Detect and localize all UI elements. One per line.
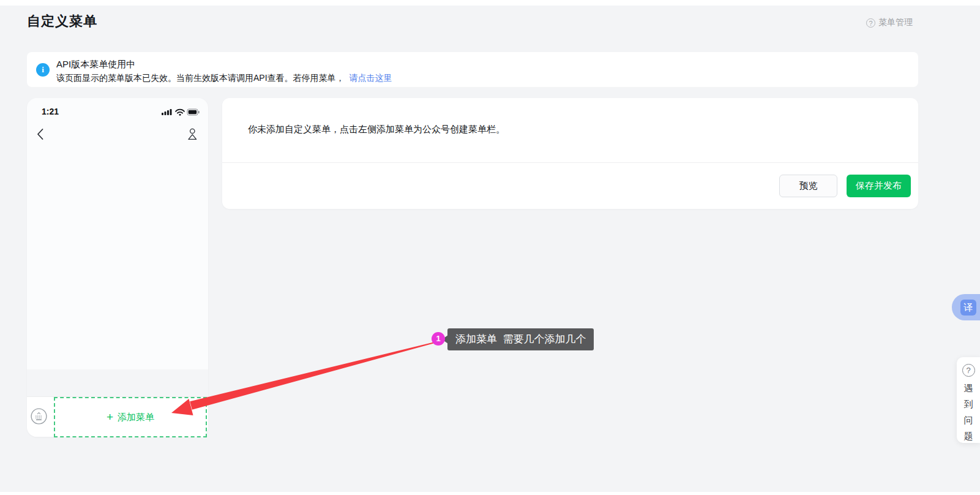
signal-bars-icon bbox=[162, 109, 172, 115]
info-icon: i bbox=[36, 63, 50, 77]
add-menu-button[interactable]: + 添加菜单 bbox=[54, 397, 207, 437]
banner-body: 该页面显示的菜单版本已失效。当前生效版本请调用API查看。若停用菜单，请点击这里 bbox=[56, 72, 906, 84]
preview-button[interactable]: 预览 bbox=[779, 175, 837, 197]
status-icons bbox=[162, 107, 200, 118]
bottom-white-strip bbox=[0, 492, 980, 495]
phone-menu-bar: + 添加菜单 bbox=[27, 396, 208, 437]
battery-icon bbox=[187, 109, 200, 115]
feedback-panel[interactable]: ? 遇 到 问 题 bbox=[957, 357, 980, 443]
save-publish-button[interactable]: 保存并发布 bbox=[847, 175, 911, 197]
profile-person-icon[interactable] bbox=[185, 127, 199, 143]
question-circle-icon: ? bbox=[962, 364, 975, 377]
feedback-char: 到 bbox=[964, 396, 973, 412]
feedback-char: 遇 bbox=[964, 380, 973, 396]
phone-status-bar: 1:21 bbox=[27, 98, 208, 120]
panel-divider bbox=[222, 162, 918, 163]
feedback-char: 题 bbox=[964, 428, 973, 444]
phone-input-strip bbox=[27, 369, 208, 396]
keyboard-icon[interactable] bbox=[31, 408, 47, 427]
wifi-icon bbox=[176, 110, 184, 113]
annotation-tooltip: 添加菜单 需要几个添加几个 bbox=[447, 328, 594, 350]
phone-header bbox=[27, 123, 208, 147]
phone-clock: 1:21 bbox=[42, 107, 59, 116]
feedback-char: 问 bbox=[964, 412, 973, 428]
translate-icon: 译 bbox=[960, 300, 976, 316]
help-circle-icon: ? bbox=[866, 18, 875, 28]
top-white-strip bbox=[0, 0, 980, 6]
annotation-step-badge: 1 bbox=[432, 332, 445, 346]
banner-title: API版本菜单使用中 bbox=[56, 58, 906, 70]
add-menu-label: 添加菜单 bbox=[118, 412, 154, 423]
phone-preview: 1:21 bbox=[27, 98, 208, 437]
api-version-banner: API版本菜单使用中 该页面显示的菜单版本已失效。当前生效版本请调用API查看。… bbox=[27, 52, 918, 87]
menu-management-label: 菜单管理 bbox=[878, 17, 913, 28]
page-title: 自定义菜单 bbox=[27, 12, 97, 31]
menu-editor-panel: 你未添加自定义菜单，点击左侧添加菜单为公众号创建菜单栏。 预览 保存并发布 bbox=[222, 98, 918, 209]
back-chevron-icon[interactable] bbox=[36, 127, 44, 143]
wifi-dot bbox=[179, 114, 181, 116]
banner-text: 该页面显示的菜单版本已失效。当前生效版本请调用API查看。若停用菜单， bbox=[56, 73, 345, 83]
plus-icon: + bbox=[107, 411, 113, 423]
translate-tab[interactable]: 译 bbox=[952, 294, 980, 320]
empty-menu-hint: 你未添加自定义菜单，点击左侧添加菜单为公众号创建菜单栏。 bbox=[248, 124, 505, 135]
menu-management-link[interactable]: ? 菜单管理 bbox=[866, 17, 913, 28]
disable-menu-link[interactable]: 请点击这里 bbox=[350, 73, 392, 83]
